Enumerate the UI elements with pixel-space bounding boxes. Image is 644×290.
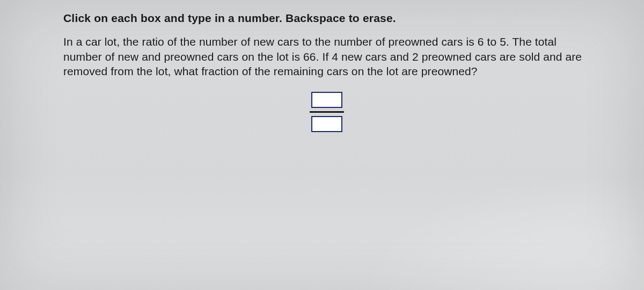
fraction-bar bbox=[310, 111, 344, 113]
numerator-input[interactable] bbox=[311, 92, 342, 108]
instruction-text: Click on each box and type in a number. … bbox=[63, 12, 590, 25]
denominator-input[interactable] bbox=[311, 116, 342, 132]
question-container: Click on each box and type in a number. … bbox=[0, 0, 644, 132]
fraction-input bbox=[310, 92, 344, 132]
problem-text: In a car lot, the ratio of the number of… bbox=[63, 34, 590, 79]
photo-glare bbox=[311, 150, 644, 290]
answer-area bbox=[63, 92, 590, 132]
